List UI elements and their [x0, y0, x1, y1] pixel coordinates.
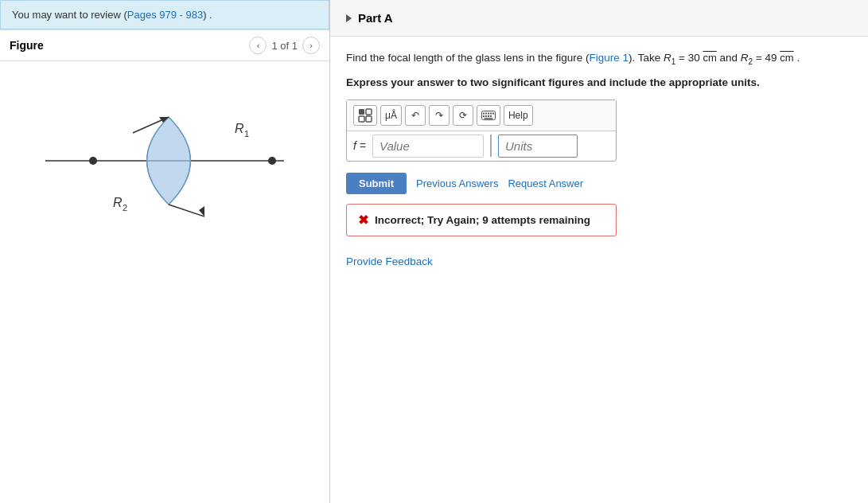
keyboard-button[interactable]	[477, 105, 500, 126]
svg-rect-12	[483, 112, 485, 114]
keyboard-icon	[481, 111, 496, 120]
undo-button[interactable]: ↶	[405, 105, 426, 126]
svg-line-5	[169, 205, 204, 216]
input-divider	[490, 135, 492, 157]
answer-input-box: μÅ ↶ ↷ ⟳	[346, 99, 617, 162]
review-link[interactable]: Pages 979 - 983	[127, 9, 203, 21]
review-text: You may want to review (	[12, 9, 127, 21]
figure-title: Figure	[10, 39, 44, 52]
figure-svg: R 1 R 2	[0, 61, 329, 260]
svg-rect-21	[484, 118, 492, 119]
reset-button[interactable]: ⟳	[453, 105, 473, 126]
svg-rect-8	[366, 109, 372, 115]
review-banner: You may want to review (Pages 979 - 983)…	[0, 0, 329, 29]
r1-figure-sub: 1	[244, 129, 249, 138]
svg-rect-14	[488, 112, 489, 114]
svg-rect-13	[485, 112, 487, 114]
units-input[interactable]	[498, 135, 578, 158]
next-figure-button[interactable]: ›	[302, 37, 320, 54]
svg-point-1	[89, 157, 97, 165]
error-icon: ✖	[358, 213, 368, 228]
svg-rect-20	[490, 115, 492, 117]
svg-rect-17	[483, 115, 485, 117]
prev-figure-button[interactable]: ‹	[249, 37, 267, 54]
collapse-triangle[interactable]	[346, 14, 352, 22]
figure1-link[interactable]: Figure 1	[589, 52, 629, 64]
instruction-text: Express your answer to two significant f…	[346, 76, 852, 88]
r2-label-inline: R2	[741, 52, 753, 64]
part-content: Find the focal length of the glass lens …	[330, 37, 868, 280]
svg-point-2	[268, 157, 276, 165]
part-header: Part A	[330, 0, 868, 37]
error-box: ✖ Incorrect; Try Again; 9 attempts remai…	[346, 204, 617, 236]
matrix-button[interactable]	[353, 105, 377, 126]
r1-label-inline: R1	[664, 52, 675, 64]
svg-rect-15	[490, 112, 492, 114]
question-text: Find the focal length of the glass lens …	[346, 49, 852, 68]
lens-diagram: R 1 R 2	[29, 73, 300, 248]
redo-button[interactable]: ↷	[429, 105, 450, 126]
figure-nav: ‹ 1 of 1 ›	[249, 37, 320, 54]
review-text-end: ) .	[203, 9, 212, 21]
svg-rect-9	[359, 116, 364, 122]
right-panel: Part A Find the focal length of the glas…	[330, 0, 868, 503]
pagination-label: 1 of 1	[271, 40, 298, 52]
f-label: f =	[353, 139, 366, 152]
left-panel: You may want to review (Pages 979 - 983)…	[0, 0, 330, 503]
submit-row: Submit Previous Answers Request Answer	[346, 173, 852, 194]
figure-label-bar: Figure ‹ 1 of 1 ›	[0, 29, 329, 61]
previous-answers-link[interactable]: Previous Answers	[416, 177, 498, 189]
matrix-icon	[358, 108, 372, 123]
svg-rect-19	[488, 115, 489, 117]
provide-feedback-link[interactable]: Provide Feedback	[346, 255, 852, 267]
r1-figure-label: R	[235, 122, 244, 135]
svg-rect-7	[359, 109, 364, 115]
submit-button[interactable]: Submit	[346, 173, 407, 194]
error-text: Incorrect; Try Again; 9 attempts remaini…	[375, 214, 590, 226]
request-answer-link[interactable]: Request Answer	[508, 177, 583, 189]
help-button[interactable]: Help	[504, 105, 533, 126]
answer-toolbar: μÅ ↶ ↷ ⟳	[347, 100, 616, 131]
mu-button[interactable]: μÅ	[380, 105, 402, 126]
svg-rect-10	[366, 116, 372, 122]
part-title: Part A	[358, 11, 393, 25]
svg-rect-16	[492, 112, 494, 114]
r2-figure-label: R	[113, 196, 123, 209]
value-input[interactable]	[372, 135, 484, 158]
figure-canvas: R 1 R 2	[0, 61, 329, 260]
r2-figure-sub: 2	[123, 203, 127, 213]
answer-input-row: f =	[347, 131, 616, 161]
svg-rect-18	[485, 115, 487, 117]
